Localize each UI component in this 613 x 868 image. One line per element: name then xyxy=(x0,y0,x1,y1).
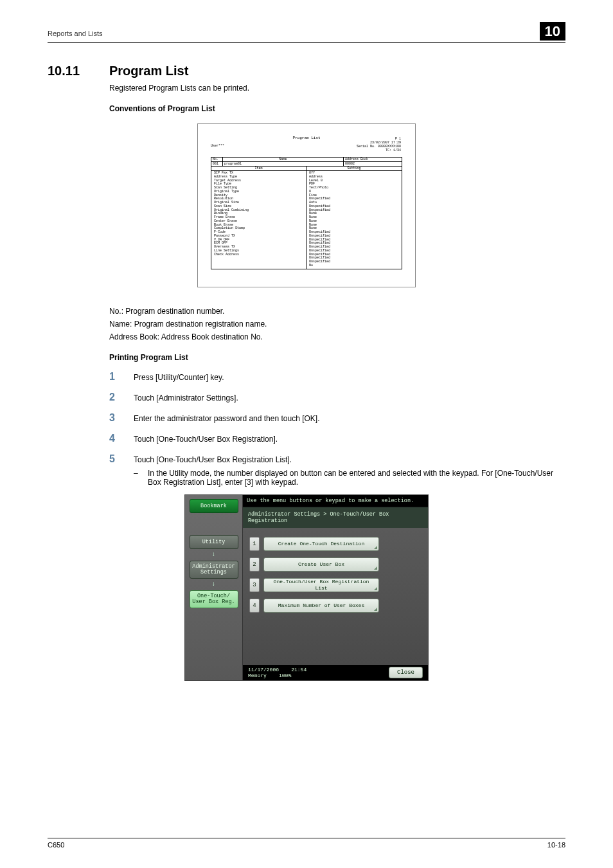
step-number: 1 xyxy=(109,371,121,383)
menu-item: 3One-Touch/User Box Registration List xyxy=(249,578,422,592)
sample-data-row: 001 program01 00002 xyxy=(211,162,402,167)
footer-page: 10-18 xyxy=(547,841,565,849)
menu-button[interactable]: One-Touch/User Box Registration List xyxy=(263,578,379,592)
menu-item: 1Create One-Touch Destination xyxy=(249,537,422,551)
step5-note: – In the Utility mode, the number displa… xyxy=(134,469,565,487)
menu-button[interactable]: Create User Box xyxy=(263,557,379,572)
footer-model: C650 xyxy=(48,841,64,849)
nav-admin-settings[interactable]: Administrator Settings xyxy=(190,561,238,579)
sample-meta: P 1 23/02/2007 17:29 Serial No. 00000XXX… xyxy=(357,137,401,152)
step-text: Touch [One-Touch/User Box Registration]. xyxy=(134,435,565,444)
section-number: 10.11 xyxy=(48,64,93,78)
section-title: Program List xyxy=(109,64,188,78)
menu-button[interactable]: Create One-Touch Destination xyxy=(263,537,379,551)
def-no: No.: Program destination number. xyxy=(109,307,565,316)
menu-number-box[interactable]: 4 xyxy=(249,599,260,613)
chapter-number: 10 xyxy=(540,23,565,40)
report-sample-figure: Program List P 1 23/02/2007 17:29 Serial… xyxy=(197,123,416,287)
touchscreen-nav: Bookmark Utility ↓ Administrator Setting… xyxy=(185,495,243,680)
step-text: Touch [Administrator Settings]. xyxy=(134,393,565,402)
sample-item-heading: Item Setting xyxy=(211,167,402,171)
def-addr: Address Book: Address Book destination N… xyxy=(109,332,565,341)
menu-number-box[interactable]: 1 xyxy=(249,537,260,551)
step-text: Touch [One-Touch/User Box Registration L… xyxy=(134,455,565,464)
sample-header-row: No. Name Address Book xyxy=(211,157,402,162)
step-text: Enter the administrator password and the… xyxy=(134,414,565,423)
nav-onetouch-userbox[interactable]: One-Touch/ User Box Reg. xyxy=(190,590,238,608)
step-item: 1Press [Utility/Counter] key. xyxy=(109,371,565,383)
step-number: 5 xyxy=(109,453,121,465)
touchscreen-breadcrumb: Administrator Settings > One-Touch/User … xyxy=(243,507,428,528)
intro-text: Registered Program Lists can be printed. xyxy=(109,84,565,93)
step-item: 5Touch [One-Touch/User Box Registration … xyxy=(109,453,565,465)
step-number: 3 xyxy=(109,412,121,424)
step-number: 4 xyxy=(109,433,121,444)
touchscreen-figure: Bookmark Utility ↓ Administrator Setting… xyxy=(184,494,429,681)
close-button[interactable]: Close xyxy=(389,667,423,678)
menu-item: 4Maximum Number of User Boxes xyxy=(249,599,422,613)
menu-item: 2Create User Box xyxy=(249,557,422,572)
step-item: 2Touch [Administrator Settings]. xyxy=(109,392,565,403)
menu-number-box[interactable]: 2 xyxy=(249,557,260,572)
step-item: 3Enter the administrator password and th… xyxy=(109,412,565,424)
touchscreen-status: 11/17/2006 21:54 Memory 100% xyxy=(248,667,306,678)
arrow-down-icon: ↓ xyxy=(211,583,215,586)
step-number: 2 xyxy=(109,392,121,403)
step-text: Press [Utility/Counter] key. xyxy=(134,373,565,382)
menu-button[interactable]: Maximum Number of User Boxes xyxy=(263,599,379,613)
arrow-down-icon: ↓ xyxy=(211,553,215,557)
sample-item-body: SIP Fax TXAddress TypeTarget AddressFile… xyxy=(211,171,402,269)
conventions-heading: Conventions of Program List xyxy=(109,104,565,113)
touchscreen-instruction: Use the menu buttons or keypad to make a… xyxy=(243,495,428,507)
bookmark-button[interactable]: Bookmark xyxy=(190,499,238,513)
step-item: 4Touch [One-Touch/User Box Registration]… xyxy=(109,433,565,444)
header-breadcrumb: Reports and Lists xyxy=(48,30,540,37)
printing-heading: Printing Program List xyxy=(109,353,565,362)
def-name: Name: Program destination registration n… xyxy=(109,320,565,329)
menu-number-box[interactable]: 3 xyxy=(249,578,260,592)
nav-utility[interactable]: Utility xyxy=(190,535,238,549)
